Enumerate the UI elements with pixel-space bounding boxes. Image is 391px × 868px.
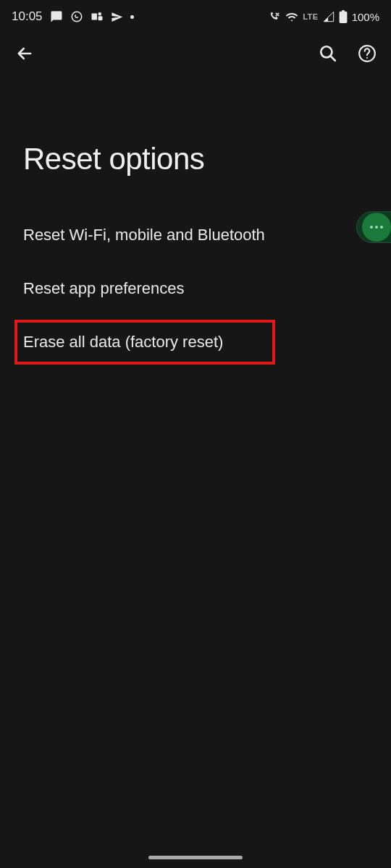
dots-icon [370, 226, 373, 229]
back-button[interactable] [14, 43, 35, 64]
search-button[interactable] [319, 44, 337, 63]
help-button[interactable] [358, 44, 377, 63]
svg-point-2 [98, 12, 101, 16]
send-icon [111, 11, 123, 23]
svg-rect-1 [91, 14, 97, 20]
signal-icon [323, 11, 335, 22]
navigation-handle[interactable] [148, 856, 243, 859]
svg-rect-3 [98, 16, 102, 20]
notification-dot-icon [130, 15, 134, 19]
battery-percent: 100% [352, 11, 379, 23]
dots-icon [380, 226, 383, 229]
option-label: Reset Wi-Fi, mobile and Bluetooth [23, 226, 265, 244]
svg-rect-4 [339, 12, 347, 23]
svg-point-8 [366, 57, 368, 59]
toolbar [0, 30, 391, 77]
option-reset-app-preferences[interactable]: Reset app preferences [23, 262, 368, 315]
svg-rect-5 [342, 10, 345, 12]
whatsapp-icon [70, 10, 83, 23]
lte-label: LTE [303, 12, 318, 21]
options-list: Reset Wi-Fi, mobile and Bluetooth Reset … [0, 208, 391, 365]
status-left: 10:05 [12, 9, 134, 24]
teams-icon [91, 11, 104, 22]
chat-icon [50, 10, 63, 23]
overflow-menu-button[interactable] [356, 211, 391, 243]
option-reset-wifi-mobile-bluetooth[interactable]: Reset Wi-Fi, mobile and Bluetooth [23, 208, 368, 262]
svg-point-0 [72, 12, 82, 22]
page-title: Reset options [0, 77, 391, 208]
battery-icon [339, 10, 348, 23]
status-right: LTE 100% [269, 10, 379, 23]
option-label: Erase all data (factory reset) [23, 333, 223, 351]
dots-icon [375, 226, 378, 229]
status-bar: 10:05 LTE 100% [0, 0, 391, 30]
wifi-calling-icon [269, 11, 281, 23]
option-erase-all-data[interactable]: Erase all data (factory reset) [14, 320, 275, 365]
status-time: 10:05 [12, 9, 43, 24]
option-label: Reset app preferences [23, 279, 185, 297]
wifi-icon [285, 12, 298, 22]
